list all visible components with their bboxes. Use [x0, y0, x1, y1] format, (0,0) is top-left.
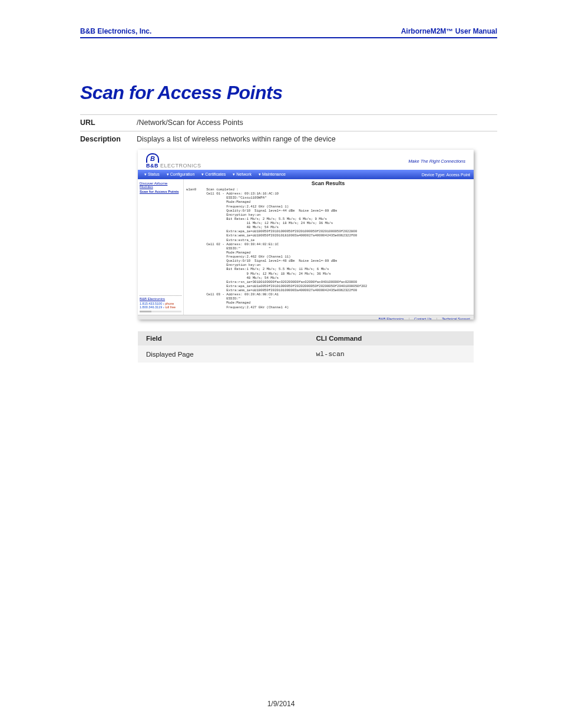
meta-label: URL	[80, 118, 137, 127]
meta-value: Displays a list of wireless networks wit…	[137, 135, 497, 143]
td-cli: wl-scan	[308, 345, 474, 363]
sidebar-company[interactable]: B&B Electronics	[140, 297, 181, 301]
embed-header: B B&B ELECTRONICS Make The Right Connect…	[138, 150, 474, 170]
page-title: Scan for Access Points	[80, 82, 497, 104]
nav-network[interactable]: ▾ Network	[230, 172, 254, 177]
logo-text: B&B ELECTRONICS	[146, 163, 201, 169]
embed-footer: B&B Electronics| Contact Us| Technical S…	[138, 315, 474, 319]
sidebar-scrollbar[interactable]	[140, 311, 181, 312]
sidebar-link-discover[interactable]: Discover Airborne Modules	[140, 182, 181, 189]
page-header: B&B Electronics, Inc. AirborneM2M™ User …	[80, 24, 497, 38]
nav-status[interactable]: ▾ Status	[141, 172, 163, 177]
footer-link-support[interactable]: Technical Support	[442, 317, 470, 319]
device-type: Device Type: Access Point	[422, 173, 470, 177]
meta-block: URL /Network/Scan for Access Points Desc…	[80, 114, 497, 147]
sidebar-link-scan[interactable]: Scan for Access Points	[140, 190, 181, 193]
results-title: Scan Results	[186, 180, 470, 186]
nav-items: ▾ Status ▾ Configuration ▾ Certificates …	[141, 172, 289, 177]
logo: B B&B ELECTRONICS	[146, 153, 201, 169]
footer-date: 1/9/2014	[0, 700, 562, 708]
table-row: Displayed Page wl-scan	[138, 345, 474, 363]
footer-link-bb[interactable]: B&B Electronics	[378, 317, 404, 319]
sidebar: Discover Airborne Modules Scan for Acces…	[138, 179, 184, 315]
table-header-row: Field CLI Command	[138, 331, 474, 345]
meta-label: Description	[80, 135, 137, 143]
nav-configuration[interactable]: ▾ Configuration	[164, 172, 198, 177]
navbar: ▾ Status ▾ Configuration ▾ Certificates …	[138, 170, 474, 179]
footer-link-contact[interactable]: Contact Us	[414, 317, 432, 319]
nav-certificates[interactable]: ▾ Certificates	[199, 172, 229, 177]
header-left: B&B Electronics, Inc.	[80, 27, 151, 35]
tagline: Make The Right Connections	[408, 159, 465, 164]
th-cli: CLI Command	[308, 331, 474, 345]
logo-icon: B	[146, 153, 159, 163]
meta-row-url: URL /Network/Scan for Access Points	[80, 114, 497, 131]
nav-maintenance[interactable]: ▾ Maintenance	[256, 172, 289, 177]
meta-value: /Network/Scan for Access Points	[137, 118, 497, 127]
cli-table: Field CLI Command Displayed Page wl-scan	[138, 331, 474, 363]
result-pane: Scan Results wlan0 Scan completed : Cell…	[184, 179, 474, 315]
scan-output: wlan0 Scan completed : Cell 01 - Address…	[186, 187, 470, 309]
sidebar-phone2: 1.800.346.3119 › toll free	[140, 305, 181, 309]
header-right: AirborneM2M™ User Manual	[401, 27, 497, 35]
td-field: Displayed Page	[138, 345, 308, 363]
th-field: Field	[138, 331, 308, 345]
embedded-screenshot: B B&B ELECTRONICS Make The Right Connect…	[138, 150, 474, 319]
meta-row-description: Description Displays a list of wireless …	[80, 131, 497, 147]
